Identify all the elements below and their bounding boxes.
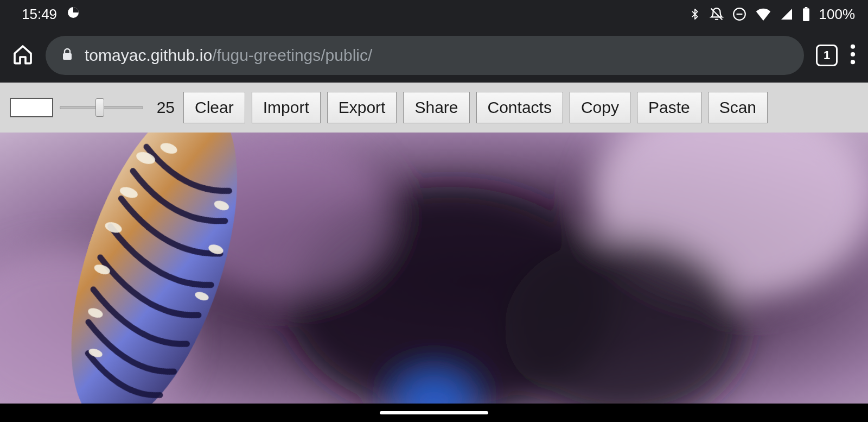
status-time: 15:49 bbox=[22, 6, 57, 23]
tab-switcher-button[interactable]: 1 bbox=[816, 45, 838, 66]
import-button[interactable]: Import bbox=[252, 92, 321, 123]
svg-point-8 bbox=[851, 52, 855, 56]
browser-omnibox-row: tomayac.github.io/fugu-greetings/public/… bbox=[0, 28, 868, 83]
contacts-button[interactable]: Contacts bbox=[476, 92, 563, 123]
url-host: tomayac.github.io bbox=[85, 46, 212, 64]
scan-button[interactable]: Scan bbox=[708, 92, 768, 123]
dnd-muted-icon bbox=[710, 7, 724, 21]
export-button[interactable]: Export bbox=[327, 92, 397, 123]
home-icon[interactable] bbox=[12, 43, 34, 67]
paste-button[interactable]: Paste bbox=[637, 92, 701, 123]
url-path: /fugu-greetings/public/ bbox=[212, 46, 372, 64]
share-button[interactable]: Share bbox=[403, 92, 469, 123]
svg-point-9 bbox=[851, 60, 855, 64]
clear-button[interactable]: Clear bbox=[183, 92, 245, 123]
copy-button[interactable]: Copy bbox=[570, 92, 630, 123]
wifi-icon bbox=[755, 8, 771, 21]
gesture-nav-pill[interactable] bbox=[380, 411, 488, 414]
android-nav-bar bbox=[0, 404, 868, 422]
bluetooth-icon bbox=[689, 7, 701, 21]
app-toolbar: 25 Clear Import Export Share Contacts Co… bbox=[0, 83, 868, 133]
android-status-bar: 15:49 100% bbox=[0, 0, 868, 28]
svg-rect-5 bbox=[803, 8, 809, 21]
brush-size-slider[interactable] bbox=[60, 103, 143, 112]
do-not-disturb-icon bbox=[732, 7, 746, 21]
svg-point-7 bbox=[851, 45, 855, 49]
battery-icon bbox=[802, 7, 810, 21]
cell-signal-icon bbox=[780, 8, 793, 21]
battery-percentage: 100% bbox=[819, 6, 856, 23]
svg-rect-4 bbox=[805, 7, 807, 8]
svg-rect-6 bbox=[63, 53, 72, 60]
drawing-canvas[interactable] bbox=[0, 133, 868, 404]
open-tab-count: 1 bbox=[816, 45, 838, 66]
browser-menu-button[interactable] bbox=[850, 44, 856, 67]
color-picker[interactable] bbox=[10, 98, 53, 117]
brush-size-value: 25 bbox=[153, 98, 175, 117]
url-text: tomayac.github.io/fugu-greetings/public/ bbox=[85, 46, 372, 65]
address-bar[interactable]: tomayac.github.io/fugu-greetings/public/ bbox=[46, 36, 804, 75]
data-saver-icon bbox=[67, 6, 80, 23]
lock-icon bbox=[61, 47, 74, 64]
